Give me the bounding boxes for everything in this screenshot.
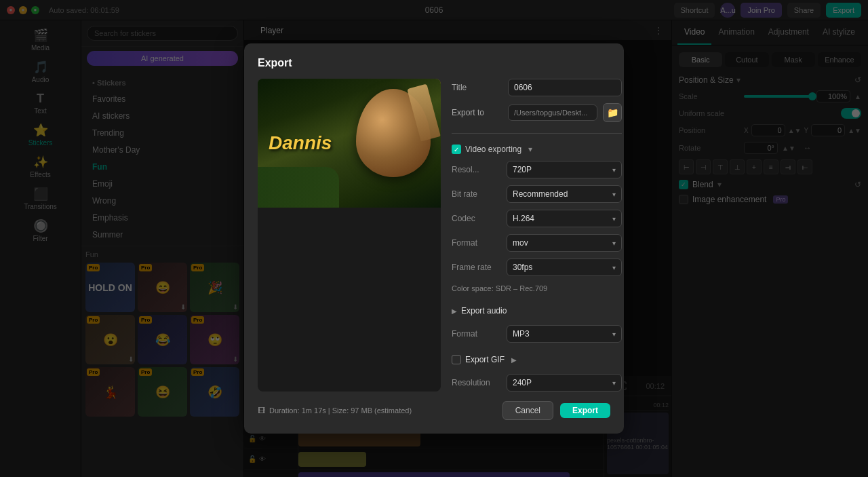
codec-row: Codec H.264 ▾ xyxy=(452,210,622,227)
modal-footer: 🎞 Duration: 1m 17s | Size: 97 MB (estima… xyxy=(258,401,610,420)
cancel-button[interactable]: Cancel xyxy=(502,401,553,420)
audio-format-arrow-icon: ▾ xyxy=(612,330,616,338)
export-audio-row: ▶ Export audio xyxy=(452,306,622,316)
video-exporting-chevron-icon: ▾ xyxy=(528,145,532,154)
codec-select[interactable]: H.264 ▾ xyxy=(507,210,622,227)
bitrate-value: Recommended xyxy=(513,189,568,199)
resolution-value: 720P xyxy=(513,165,532,174)
audio-expand-icon[interactable]: ▶ xyxy=(452,307,457,315)
modal-body: Dannis Title Export to /Users/topgus/Des… xyxy=(258,79,610,392)
codec-value: H.264 xyxy=(513,214,534,223)
bitrate-arrow-icon: ▾ xyxy=(612,191,616,198)
gif-expand-icon[interactable]: ▶ xyxy=(511,356,517,364)
resolution-label: Resol... xyxy=(452,165,502,174)
gif-resolution-label: Resolution xyxy=(452,378,502,387)
gif-resolution-row: Resolution 240P ▾ xyxy=(452,374,622,392)
export-modal: Export Dannis Title xyxy=(244,43,624,434)
title-row: Title xyxy=(452,79,622,96)
resolution-row: Resol... 720P ▾ xyxy=(452,161,622,178)
format-value: mov xyxy=(513,238,528,248)
format-arrow-icon: ▾ xyxy=(612,240,616,247)
format-select[interactable]: mov ▾ xyxy=(507,234,622,252)
video-exporting-checkbox[interactable]: ✓ xyxy=(452,145,461,154)
pine-branch xyxy=(258,167,339,208)
format-label: Format xyxy=(452,238,502,248)
color-space-note: Color space: SDR – Rec.709 xyxy=(452,284,622,292)
codec-arrow-icon: ▾ xyxy=(612,215,616,223)
framerate-select[interactable]: 30fps ▾ xyxy=(507,259,622,276)
duration-info: 🎞 Duration: 1m 17s | Size: 97 MB (estima… xyxy=(258,406,496,415)
audio-format-value: MP3 xyxy=(513,329,530,339)
film-icon: 🎞 xyxy=(258,406,265,415)
export-gif-row: Export GIF ▶ xyxy=(452,355,622,364)
export-audio-label: Export audio xyxy=(461,306,507,316)
export-gif-label: Export GIF xyxy=(465,355,505,364)
audio-format-select[interactable]: MP3 ▾ xyxy=(507,325,622,343)
video-exporting-row: ✓ Video exporting ▾ xyxy=(452,145,622,154)
title-field[interactable] xyxy=(508,79,622,96)
title-field-label: Title xyxy=(452,83,502,92)
modal-form: Title Export to /Users/topgus/Deskt... 📁… xyxy=(452,79,622,392)
audio-format-row: Format MP3 ▾ xyxy=(452,325,622,343)
folder-browse-button[interactable]: 📁 xyxy=(603,103,622,122)
preview-image: Dannis xyxy=(258,79,441,208)
video-exporting-label: Video exporting xyxy=(465,145,521,154)
export-to-row: Export to /Users/topgus/Deskt... 📁 xyxy=(452,103,622,122)
divider-1 xyxy=(452,133,622,134)
resolution-select[interactable]: 720P ▾ xyxy=(507,161,622,178)
modal-title: Export xyxy=(258,57,610,69)
modal-preview: Dannis xyxy=(258,79,441,392)
modal-overlay: Export Dannis Title xyxy=(0,0,868,477)
gif-resolution-value: 240P xyxy=(513,378,532,387)
resolution-arrow-icon: ▾ xyxy=(612,166,616,174)
export-path: /Users/topgus/Deskt... xyxy=(508,104,597,121)
framerate-value: 30fps xyxy=(513,263,532,272)
framerate-row: Frame rate 30fps ▾ xyxy=(452,259,622,276)
gif-resolution-arrow-icon: ▾ xyxy=(612,379,616,387)
duration-text: Duration: 1m 17s | Size: 97 MB (estimate… xyxy=(269,406,412,415)
format-row: Format mov ▾ xyxy=(452,234,622,252)
bitrate-row: Bit rate Recommended ▾ xyxy=(452,185,622,203)
export-gif-checkbox[interactable] xyxy=(452,355,461,364)
codec-label: Codec xyxy=(452,214,502,223)
audio-format-label: Format xyxy=(452,329,502,339)
framerate-label: Frame rate xyxy=(452,263,502,272)
bitrate-select[interactable]: Recommended ▾ xyxy=(507,185,622,203)
gif-resolution-select[interactable]: 240P ▾ xyxy=(507,374,622,392)
bitrate-label: Bit rate xyxy=(452,189,502,199)
framerate-arrow-icon: ▾ xyxy=(612,264,616,271)
export-button[interactable]: Export xyxy=(560,403,610,418)
export-to-label: Export to xyxy=(452,108,502,117)
sticker-text-preview: Dannis xyxy=(269,132,332,154)
